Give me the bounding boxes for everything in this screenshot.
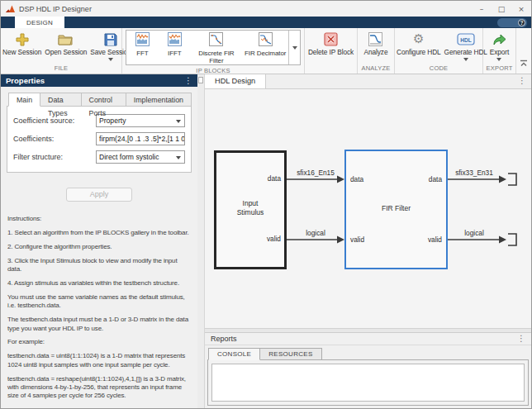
configure-hdl-button[interactable]: ⚙ Configure HDL [395, 31, 443, 56]
ribbon-spacer [516, 28, 531, 74]
hdl-design-canvas[interactable]: Input Stimulus data valid FIR Filter dat… [205, 89, 531, 329]
coefficient-source-select[interactable]: Property [96, 114, 185, 127]
new-session-plus-icon [15, 31, 30, 48]
section-label-file: FILE [1, 64, 121, 74]
document-overflow-icon[interactable]: ⋮ [518, 77, 526, 85]
analyze-plot-icon [368, 31, 382, 48]
ribbon-section-code: ⚙ Configure HDL HDL Generate HDL CODE [395, 28, 483, 74]
document-tabbar: HDL Design ⋮ [205, 74, 531, 89]
save-session-caret-icon [108, 58, 113, 61]
input-stimulus-label: Input Stimulus [216, 199, 284, 216]
coefficients-label: Coefficients: [13, 135, 96, 143]
tab-implementation[interactable]: Implementation [126, 93, 192, 107]
gear-icon: ⚙ [413, 33, 424, 45]
gallery-item-ifft[interactable]: IFFT [159, 31, 191, 64]
filter-structure-select[interactable]: Direct form systolic [96, 150, 185, 164]
discrete-fir-filter-icon [209, 32, 223, 50]
tab-console[interactable]: CONSOLE [208, 348, 260, 360]
reports-overflow-icon[interactable]: ⋮ [517, 335, 525, 343]
open-folder-icon [58, 31, 74, 48]
instruction-step-1: 1. Select an algorithm from the IP BLOCK… [7, 229, 191, 237]
properties-panel: Properties ⋮ Main Data Types Control Por… [1, 74, 197, 408]
splitter-handle-icon[interactable] [198, 77, 203, 83]
fir-in-data-port: data [350, 175, 363, 183]
instruction-note-1: You must use the same variable names as … [7, 293, 191, 311]
fft-icon [135, 32, 150, 50]
title-bar: DSP HDL IP Designer – □ × [1, 1, 531, 17]
close-icon[interactable]: × [511, 1, 531, 17]
delete-ip-block-button[interactable]: Delete IP Block [306, 31, 355, 56]
save-icon [104, 31, 117, 48]
instruction-step-3: 3. Click the Input Stimulus block to vie… [7, 257, 191, 274]
tab-hdl-design[interactable]: HDL Design [205, 74, 266, 88]
tab-main[interactable]: Main [8, 93, 40, 107]
analyze-button[interactable]: Analyze [363, 31, 390, 56]
window-title: DSP HDL IP Designer [19, 5, 92, 13]
ribbon-toolbar: New Session Open Session Save Session FI… [1, 28, 531, 74]
section-label-code: CODE [395, 64, 482, 74]
hdl-badge-icon: HDL [457, 31, 475, 48]
signal-label-valid-in: logical [287, 229, 344, 237]
design-area: HDL Design ⋮ Input Stimulus [197, 74, 531, 408]
generate-hdl-button[interactable]: HDL Generate HDL [443, 31, 489, 61]
input-stimulus-block[interactable]: Input Stimulus data valid [214, 150, 287, 269]
panel-splitter[interactable] [197, 74, 205, 408]
section-label-delete [305, 64, 357, 74]
reports-panel: Reports ⋮ CONSOLE RESOURCES [205, 328, 531, 408]
signal-label-valid-out: logical [448, 229, 501, 237]
instruction-example-2: testbench.data = reshape(uint8(1:1:1024)… [7, 375, 191, 401]
ribbon-section-export: Export EXPORT [483, 28, 516, 74]
coefficients-input[interactable]: firpm(24,[0 .1 .3 .5]*2,[1 1 0 0]) [96, 132, 185, 145]
instruction-example-heading: For example: [7, 338, 191, 346]
instruction-note-2: The testbench.data input must be a 1-D o… [7, 316, 191, 333]
tab-resources[interactable]: RESOURCES [260, 348, 321, 360]
properties-title: Properties [6, 76, 45, 85]
ip-blocks-gallery: FFT IFFT Discrete FIR Filter [126, 30, 301, 65]
filter-structure-label: Filter structure: [13, 153, 96, 161]
gallery-item-discrete-fir-filter[interactable]: Discrete FIR Filter [191, 31, 242, 64]
export-button[interactable]: Export [488, 31, 511, 61]
ribbon-section-file: New Session Open Session Save Session FI… [1, 28, 122, 74]
generate-hdl-caret-icon [463, 58, 468, 61]
reports-header: Reports ⋮ [205, 333, 531, 345]
properties-tabbar: Main Data Types Control Ports Implementa… [8, 93, 192, 107]
delete-icon [324, 31, 338, 48]
console-tab-panel [207, 359, 529, 406]
instructions-heading: Instructions: [7, 215, 191, 223]
gallery-item-fft[interactable]: FFT [126, 31, 159, 64]
ribbon-section-delete: Delete IP Block [305, 28, 358, 74]
fir-out-valid-port: valid [428, 235, 442, 244]
instruction-step-2: 2. Configure the algorithm properties. [7, 243, 191, 251]
maximize-icon[interactable]: □ [492, 1, 511, 17]
svg-text:HDL: HDL [460, 37, 471, 43]
fir-decimator-icon [259, 32, 273, 50]
minimize-icon[interactable]: – [472, 1, 492, 17]
section-label-export: EXPORT [483, 64, 515, 74]
minimize-toolstrip-icon[interactable] [520, 55, 528, 70]
reports-tabbar: CONSOLE RESOURCES [207, 348, 529, 360]
properties-header: Properties ⋮ [1, 74, 197, 87]
new-session-button[interactable]: New Session [1, 31, 43, 56]
instructions-text: Instructions: 1. Select an algorithm fro… [7, 215, 192, 401]
signal-label-data-in: sfix16_En15 [287, 169, 344, 177]
help-icon: ? [518, 19, 525, 26]
signal-label-data-out: sfix33_En31 [448, 169, 501, 177]
fir-filter-block[interactable]: FIR Filter data valid data valid [344, 150, 448, 269]
input-stimulus-valid-port: valid [267, 235, 281, 243]
gallery-item-fir-decimator[interactable]: FIR Decimator [242, 31, 288, 64]
ribbon-tabstrip: DESIGN ? [1, 17, 531, 28]
help-button[interactable]: ? [497, 18, 527, 27]
tab-design[interactable]: DESIGN [15, 17, 64, 28]
console-output[interactable] [211, 364, 525, 402]
tab-data-types[interactable]: Data Types [40, 93, 81, 107]
ifft-icon [168, 32, 182, 50]
gallery-expand-button[interactable] [288, 31, 300, 64]
instruction-step-4: 4. Assign stimulus as variables within t… [7, 279, 191, 288]
tab-control-ports[interactable]: Control Ports [82, 93, 126, 107]
reports-title: Reports [211, 335, 237, 343]
export-caret-icon [496, 58, 501, 61]
apply-button[interactable]: Apply [66, 188, 132, 202]
fir-out-data-port: data [429, 175, 442, 183]
properties-overflow-icon[interactable]: ⋮ [184, 77, 192, 85]
open-session-button[interactable]: Open Session [43, 31, 88, 56]
